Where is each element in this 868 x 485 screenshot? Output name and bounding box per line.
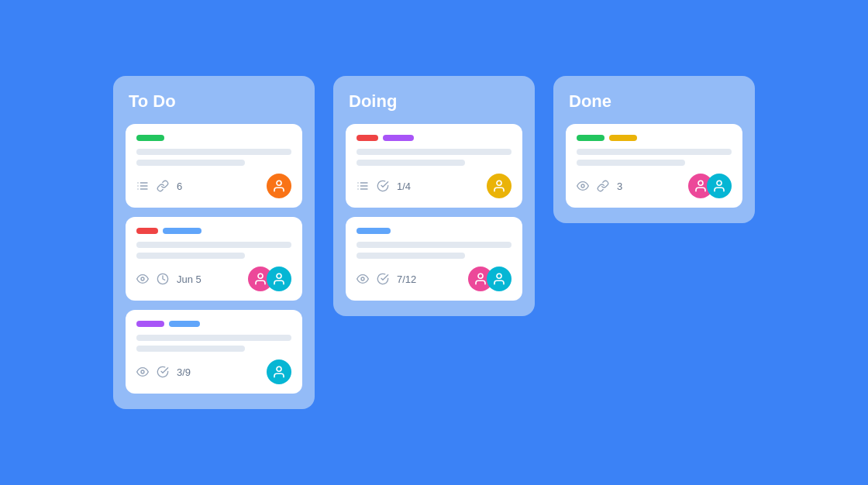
card-tag (356, 228, 391, 234)
svg-point-10 (277, 273, 281, 278)
card-footer: 3/9 (136, 359, 291, 384)
card-avatars (267, 174, 291, 198)
column-title-todo: To Do (126, 91, 302, 112)
card-content-line (136, 149, 291, 155)
card-meta: 1/4 (356, 180, 411, 192)
card[interactable]: 6 (126, 124, 302, 208)
card-tag (383, 135, 414, 141)
card-meta: 3 (577, 180, 622, 192)
card-footer: 7/12 (356, 267, 512, 291)
svg-point-23 (581, 184, 584, 187)
svg-point-20 (361, 277, 364, 280)
cards-doing: 1/4 7/12 (346, 124, 522, 301)
card-tag (136, 135, 164, 141)
check-circle-icon (377, 180, 389, 192)
svg-point-19 (497, 181, 501, 185)
column-done: Done3 (553, 76, 755, 223)
link-icon (157, 180, 169, 192)
list-icon (356, 180, 369, 192)
card[interactable]: 7/12 (346, 217, 522, 301)
card-avatars (487, 174, 512, 198)
card-content-line (356, 160, 465, 166)
svg-point-24 (698, 181, 703, 185)
card-meta: 6 (136, 180, 182, 192)
card-meta: 7/12 (356, 273, 416, 285)
card-content-line (577, 160, 685, 166)
card-meta-value: 6 (177, 181, 182, 192)
column-title-doing: Doing (346, 91, 522, 112)
card-content-line (136, 335, 291, 341)
card-content-line (356, 242, 512, 248)
svg-point-25 (717, 181, 722, 185)
card-content-line (136, 253, 245, 259)
svg-point-9 (258, 273, 263, 278)
svg-point-12 (277, 366, 281, 371)
eye-icon (356, 273, 369, 285)
card-tag (577, 135, 604, 141)
column-title-done: Done (566, 91, 742, 112)
svg-point-6 (277, 181, 281, 185)
card-content-line (136, 346, 245, 352)
card-avatars (248, 267, 291, 291)
card-tags (356, 228, 512, 234)
card-tags (136, 321, 291, 327)
column-doing: Doing1/4 7/12 (333, 76, 535, 316)
card-meta: Jun 5 (136, 273, 202, 285)
card-footer: 6 (136, 174, 291, 198)
card-footer: 3 (577, 174, 732, 198)
card-tags (577, 135, 732, 141)
eye-icon (136, 366, 149, 378)
card-tag (356, 135, 378, 141)
card-content-line (136, 160, 245, 166)
card-tags (136, 135, 291, 141)
cards-todo: 6 Jun 5 3/9 (126, 124, 302, 394)
cards-done: 3 (566, 124, 742, 208)
svg-point-21 (478, 273, 483, 278)
card-meta-value: 3/9 (177, 366, 191, 378)
card-tag (169, 321, 200, 327)
card-meta-value: 7/12 (397, 273, 416, 285)
card-tag (609, 135, 637, 141)
card-tags (136, 228, 291, 234)
svg-point-11 (141, 370, 144, 373)
svg-point-22 (497, 273, 501, 278)
card-meta-value: 1/4 (397, 181, 411, 192)
list-icon (136, 180, 149, 192)
svg-point-7 (141, 277, 144, 280)
card-content-line (356, 253, 465, 259)
card-footer: Jun 5 (136, 267, 291, 291)
card-avatars (267, 359, 291, 384)
card-content-line (577, 149, 732, 155)
card-tag (136, 228, 158, 234)
eye-icon (136, 273, 149, 285)
card-content-line (136, 242, 291, 248)
card-content-line (356, 149, 512, 155)
card-meta: 3/9 (136, 366, 191, 378)
card-avatars (468, 267, 512, 291)
card-tag (163, 228, 202, 234)
card[interactable]: 3 (566, 124, 742, 208)
card-footer: 1/4 (356, 174, 512, 198)
clock-icon (157, 273, 169, 285)
card[interactable]: 1/4 (346, 124, 522, 208)
card-tags (356, 135, 512, 141)
card[interactable]: Jun 5 (126, 217, 302, 301)
card-meta-value: 3 (617, 181, 622, 192)
card-meta-value: Jun 5 (177, 273, 202, 285)
column-todo: To Do6 Jun 5 3/9 (113, 76, 315, 409)
kanban-board: To Do6 Jun 5 3/9 Doing1/4 7/12 (113, 76, 755, 409)
check-circle-icon (157, 366, 169, 378)
eye-icon (577, 180, 589, 192)
check-circle-icon (377, 273, 389, 285)
link-icon (597, 180, 609, 192)
card-avatars (688, 174, 732, 198)
card[interactable]: 3/9 (126, 310, 302, 394)
card-tag (136, 321, 164, 327)
